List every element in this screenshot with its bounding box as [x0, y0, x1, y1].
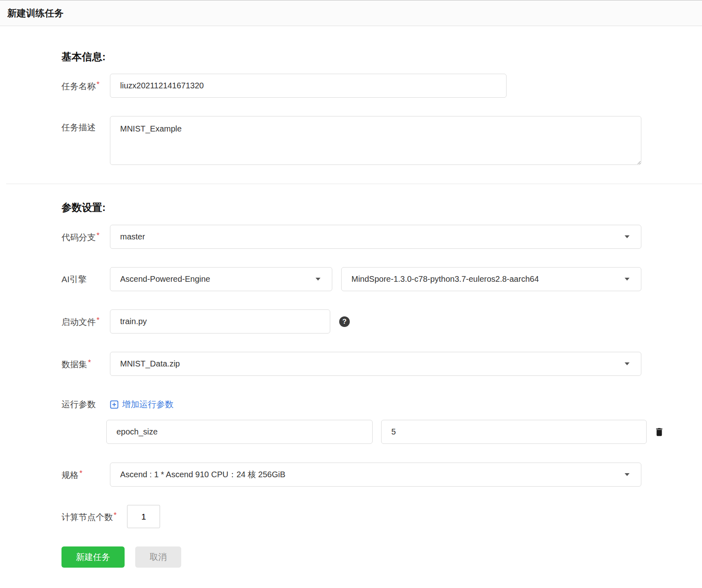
required-asterisk: * [97, 80, 99, 88]
spec-select[interactable]: Ascend : 1 * Ascend 910 CPU：24 核 256GiB [110, 463, 641, 487]
required-asterisk: * [97, 316, 99, 324]
parameter-settings-heading: 参数设置: [61, 184, 702, 213]
node-count-row: 计算节点个数* [61, 505, 702, 528]
delete-run-param-button[interactable] [653, 426, 665, 439]
ai-engine-label: AI引擎 [61, 274, 110, 285]
code-branch-label: 代码分支* [61, 230, 110, 243]
basic-info-section: 基本信息: 任务名称* 任务描述 [0, 26, 702, 165]
required-asterisk: * [97, 231, 99, 239]
dataset-label: 数据集* [61, 358, 110, 370]
page-title: 新建训练任务 [7, 7, 64, 20]
chevron-down-icon [625, 362, 630, 365]
spec-label: 规格* [61, 468, 110, 480]
run-param-value-input[interactable] [381, 420, 647, 444]
dataset-select[interactable]: MNIST_Data.zip [110, 352, 641, 376]
run-param-name-input[interactable] [106, 420, 373, 444]
run-params-label: 运行参数 [61, 399, 110, 410]
task-desc-row: 任务描述 [61, 116, 702, 165]
code-branch-selected-value: master [120, 232, 145, 241]
required-asterisk: * [114, 511, 116, 519]
help-icon[interactable]: ? [339, 316, 350, 327]
run-param-entry [106, 420, 702, 444]
ai-engine-selected-value: Ascend-Powered-Engine [120, 274, 210, 284]
page-header: 新建训练任务 [0, 0, 702, 26]
ai-engine-select[interactable]: Ascend-Powered-Engine [110, 267, 332, 291]
node-count-input[interactable] [127, 505, 160, 528]
cancel-button[interactable]: 取消 [135, 546, 181, 568]
task-name-input[interactable] [110, 74, 507, 98]
chevron-down-icon [316, 278, 320, 281]
required-asterisk: * [88, 358, 91, 366]
boot-file-input[interactable] [110, 309, 330, 333]
task-name-label: 任务名称* [61, 79, 110, 92]
action-buttons: 新建任务 取消 [61, 546, 702, 581]
chevron-down-icon [625, 278, 630, 281]
create-task-button[interactable]: 新建任务 [61, 546, 125, 568]
chevron-down-icon [625, 235, 630, 238]
spec-row: 规格* Ascend : 1 * Ascend 910 CPU：24 核 256… [61, 463, 702, 487]
node-count-label: 计算节点个数* [61, 510, 116, 522]
engine-version-select[interactable]: MindSpore-1.3.0-c78-python3.7-euleros2.8… [341, 267, 641, 291]
task-desc-label: 任务描述 [61, 116, 110, 133]
trash-icon [654, 426, 665, 438]
dataset-selected-value: MNIST_Data.zip [120, 359, 180, 369]
chevron-down-icon [625, 473, 630, 476]
add-run-param-button[interactable]: 增加运行参数 [110, 399, 173, 410]
plus-square-icon [110, 400, 118, 409]
boot-file-label: 启动文件* [61, 315, 110, 327]
engine-version-selected-value: MindSpore-1.3.0-c78-python3.7-euleros2.8… [351, 274, 539, 284]
task-desc-textarea[interactable] [110, 116, 641, 165]
add-run-param-label: 增加运行参数 [122, 399, 173, 410]
spec-selected-value: Ascend : 1 * Ascend 910 CPU：24 核 256GiB [120, 469, 285, 480]
task-name-row: 任务名称* [61, 74, 702, 98]
dataset-row: 数据集* MNIST_Data.zip [61, 352, 702, 376]
required-asterisk: * [79, 469, 82, 477]
ai-engine-row: AI引擎 Ascend-Powered-Engine MindSpore-1.3… [61, 267, 702, 291]
code-branch-row: 代码分支* master [61, 225, 702, 249]
run-params-row: 运行参数 增加运行参数 [61, 399, 702, 410]
boot-file-row: 启动文件* ? [61, 309, 702, 333]
parameter-settings-section: 参数设置: 代码分支* master AI引擎 Ascend-Powered-E… [0, 184, 702, 581]
basic-info-heading: 基本信息: [61, 26, 702, 63]
code-branch-select[interactable]: master [110, 225, 641, 249]
